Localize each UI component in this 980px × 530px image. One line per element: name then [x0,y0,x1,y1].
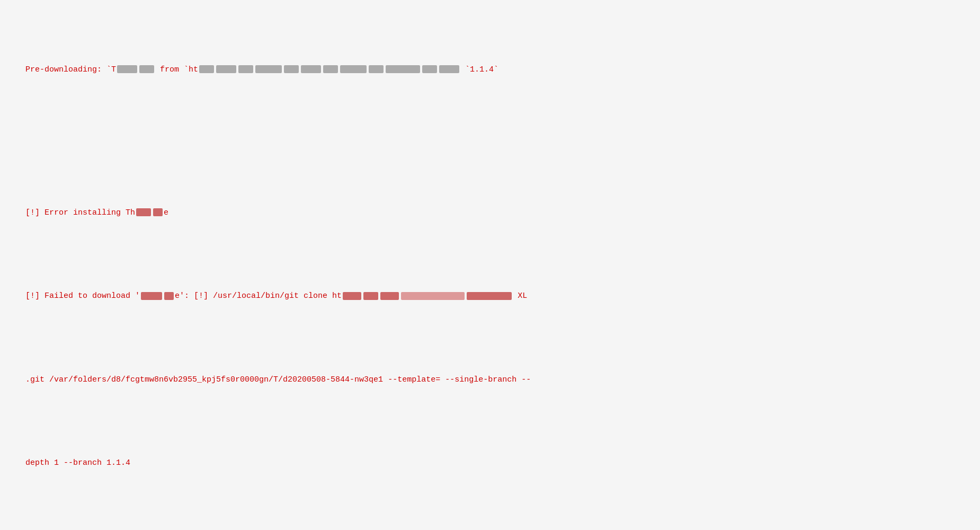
line-error-install: [!] Error installing Th e [6,195,974,231]
redacted-5 [238,65,253,73]
redacted-r6 [363,292,378,300]
redacted-12 [386,65,420,73]
line-failed-download: [!] Failed to download ' e': [!] /usr/lo… [6,279,974,315]
redacted-2 [139,65,154,73]
failed-text-3: XL [513,292,527,301]
failed-text-1: [!] Failed to download ' [25,292,140,301]
terminal-output: Pre-downloading: `T from `ht `1.1.4` [!]… [6,4,974,530]
redacted-4 [216,65,236,73]
redacted-9 [323,65,338,73]
redacted-r4 [164,292,174,300]
predownload-version: `1.1.4` [460,65,498,74]
redacted-r5 [343,292,361,300]
redacted-r2 [153,208,163,216]
redacted-13 [422,65,437,73]
redacted-1 [117,65,137,73]
redacted-7 [284,65,299,73]
redacted-11 [369,65,384,73]
redacted-10 [340,65,367,73]
redacted-p1 [401,292,465,300]
redacted-6 [255,65,282,73]
predownload-from: from `ht [155,65,198,74]
redacted-r3 [141,292,162,300]
depth-text: depth 1 --branch 1.1.4 [25,458,130,467]
error-install-end: e [164,208,168,217]
redacted-14 [439,65,459,73]
line-depth: depth 1 --branch 1.1.4 [6,446,974,482]
line-predownload: Pre-downloading: `T from `ht `1.1.4` [6,52,974,88]
failed-text-2: e': [!] /usr/local/bin/git clone ht [175,292,342,301]
empty-line-1 [6,136,974,148]
line-git-path: .git /var/folders/d8/fcgtmw8n6vb2955_kpj… [6,362,974,398]
redacted-8 [301,65,321,73]
predownload-text-1: Pre-downloading: `T [25,65,116,74]
redacted-r1 [136,208,151,216]
redacted-r8 [467,292,512,300]
redacted-r7 [380,292,399,300]
git-path-text: .git /var/folders/d8/fcgtmw8n6vb2955_kpj… [25,375,531,384]
redacted-3 [199,65,214,73]
error-install-text: [!] Error installing Th [25,208,135,217]
